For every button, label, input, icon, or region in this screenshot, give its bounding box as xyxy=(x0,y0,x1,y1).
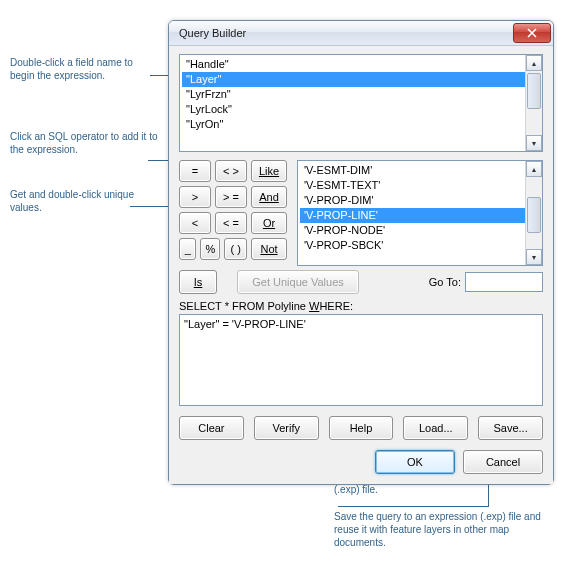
value-item[interactable]: 'V-PROP-NODE' xyxy=(300,223,540,238)
field-item[interactable]: "LyrOn" xyxy=(182,117,540,132)
fields-listbox[interactable]: "Handle" "Layer" "LyrFrzn" "LyrLock" "Ly… xyxy=(179,54,543,152)
value-item[interactable]: 'V-PROP-LINE' xyxy=(300,208,540,223)
annotation-fields: Double-click a field name to begin the e… xyxy=(10,56,160,82)
value-item[interactable]: 'V-PROP-DIM' xyxy=(300,193,540,208)
op-or-button[interactable]: Or xyxy=(251,212,287,234)
values-listbox[interactable]: 'V-ESMT-DIM' 'V-ESMT-TEXT' 'V-PROP-DIM' … xyxy=(297,160,543,266)
window-title: Query Builder xyxy=(179,27,246,39)
annotation-save-hline xyxy=(338,506,489,507)
op-and-button[interactable]: And xyxy=(251,186,287,208)
scroll-thumb[interactable] xyxy=(527,73,541,109)
field-item[interactable]: "Handle" xyxy=(182,57,540,72)
close-button[interactable] xyxy=(513,23,551,43)
annotation-operators: Click an SQL operator to add it to the e… xyxy=(10,130,160,156)
titlebar: Query Builder xyxy=(169,21,553,46)
select-where-underlined: W xyxy=(309,300,319,312)
op-lte-button[interactable]: < = xyxy=(215,212,247,234)
fields-scrollbar[interactable]: ▴ ▾ xyxy=(525,55,542,151)
op-equals-button[interactable]: = xyxy=(179,160,211,182)
action-row: Clear Verify Help Load... Save... xyxy=(179,416,543,440)
op-gt-button[interactable]: > xyxy=(179,186,211,208)
close-icon xyxy=(527,28,537,38)
goto-label: Go To: xyxy=(429,276,461,288)
op-not-button[interactable]: Not xyxy=(251,238,287,260)
scroll-down-icon[interactable]: ▾ xyxy=(526,249,542,265)
value-item[interactable]: 'V-ESMT-DIM' xyxy=(300,163,540,178)
field-item[interactable]: "Layer" xyxy=(182,72,540,87)
value-item[interactable]: 'V-ESMT-TEXT' xyxy=(300,178,540,193)
get-unique-values-button[interactable]: Get Unique Values xyxy=(237,270,359,294)
query-builder-window: Query Builder "Handle" "Layer" "LyrFrzn"… xyxy=(168,20,554,485)
select-label: SELECT * FROM Polyline WHERE: xyxy=(179,300,543,312)
goto-group: Go To: xyxy=(429,272,543,292)
help-button[interactable]: Help xyxy=(329,416,394,440)
scroll-thumb[interactable] xyxy=(527,197,541,233)
goto-input[interactable] xyxy=(465,272,543,292)
expression-textarea[interactable]: "Layer" = 'V-PROP-LINE' xyxy=(179,314,543,406)
verify-button[interactable]: Verify xyxy=(254,416,319,440)
scroll-up-icon[interactable]: ▴ xyxy=(526,161,542,177)
select-prefix: SELECT * FROM Polyline xyxy=(179,300,309,312)
cancel-button[interactable]: Cancel xyxy=(463,450,543,474)
is-row: Is Get Unique Values Go To: xyxy=(179,270,543,294)
client-area: "Handle" "Layer" "LyrFrzn" "LyrLock" "Ly… xyxy=(169,46,553,484)
field-item[interactable]: "LyrFrzn" xyxy=(182,87,540,102)
operator-value-row: = < > Like > > = And < < = Or _ % ( ) No… xyxy=(179,160,543,266)
op-like-button[interactable]: Like xyxy=(251,160,287,182)
op-lt-button[interactable]: < xyxy=(179,212,211,234)
op-paren-button[interactable]: ( ) xyxy=(224,238,247,260)
values-scrollbar[interactable]: ▴ ▾ xyxy=(525,161,542,265)
op-percent-button[interactable]: % xyxy=(200,238,220,260)
op-is-button[interactable]: Is xyxy=(179,270,217,294)
annotation-save: Save the query to an expression (.exp) f… xyxy=(334,510,554,549)
value-item[interactable]: 'V-PROP-SBCK' xyxy=(300,238,540,253)
clear-button[interactable]: Clear xyxy=(179,416,244,440)
ok-button[interactable]: OK xyxy=(375,450,455,474)
op-notequal-button[interactable]: < > xyxy=(215,160,247,182)
operators-grid: = < > Like > > = And < < = Or _ % ( ) No… xyxy=(179,160,287,266)
save-button[interactable]: Save... xyxy=(478,416,543,440)
scroll-down-icon[interactable]: ▾ xyxy=(526,135,542,151)
annotation-values: Get and double-click unique values. xyxy=(10,188,160,214)
ok-row: OK Cancel xyxy=(179,450,543,474)
op-underscore-button[interactable]: _ xyxy=(179,238,196,260)
scroll-up-icon[interactable]: ▴ xyxy=(526,55,542,71)
field-item[interactable]: "LyrLock" xyxy=(182,102,540,117)
op-gte-button[interactable]: > = xyxy=(215,186,247,208)
select-where-suffix: HERE: xyxy=(319,300,353,312)
load-button[interactable]: Load... xyxy=(403,416,468,440)
